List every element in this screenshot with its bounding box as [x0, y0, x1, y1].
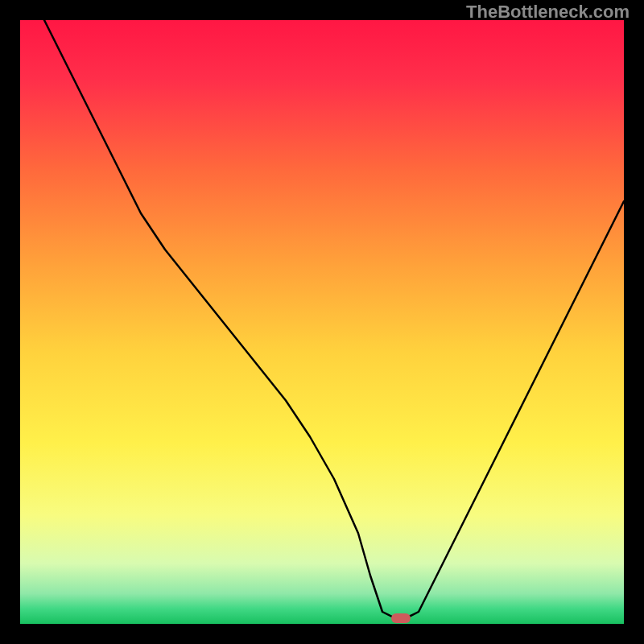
watermark-text: TheBottleneck.com — [466, 2, 630, 23]
plot-area — [20, 20, 624, 624]
bottleneck-curve — [20, 20, 624, 624]
chart-container: TheBottleneck.com — [0, 0, 644, 644]
optimal-marker — [391, 613, 411, 623]
